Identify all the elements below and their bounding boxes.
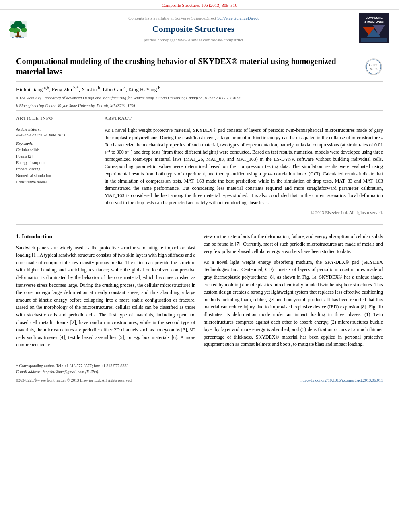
available-online: Available online 24 June 2013 — [16, 132, 97, 138]
keyword-4: Impact loading — [16, 166, 97, 173]
journal-title-area: Contents lists available at SciVerse Sci… — [28, 15, 359, 43]
authors-list: Binhui Jiang a,b, Feng Zhu b,*, Xin Jin … — [16, 85, 383, 94]
intro-right-paragraph-2: As a novel light weight energy absorbing… — [204, 259, 383, 348]
footer-doi[interactable]: http://dx.doi.org/10.1016/j.compstruct.2… — [300, 378, 383, 383]
page-footer: 0263-8223/$ – see front matter © 2013 El… — [0, 375, 399, 386]
elsevier-logo: ELSEVIER — [8, 19, 28, 39]
intro-section-title: 1. Introduction — [16, 233, 195, 241]
intro-left-column: 1. Introduction Sandwich panels are wide… — [16, 233, 195, 352]
abstract-text: As a novel light weight protective mater… — [105, 127, 383, 206]
journal-name: Composite Structures — [28, 23, 359, 35]
abstract-column: Abstract As a novel light weight protect… — [105, 115, 383, 216]
keyword-5: Numerical simulation — [16, 173, 97, 179]
svg-point-5 — [21, 28, 27, 33]
authors-section: Binhui Jiang a,b, Feng Zhu b,*, Xin Jin … — [16, 82, 383, 111]
sciverse-link[interactable]: SciVerse ScienceDirect — [217, 16, 259, 21]
intro-left-paragraph: Sandwich panels are widely used as the p… — [16, 244, 195, 349]
keyword-1: Cellular solids — [16, 147, 97, 153]
footer-issn: 0263-8223/$ – see front matter © 2013 El… — [16, 378, 132, 383]
journal-header: ELSEVIER Contents lists available at Sci… — [0, 10, 399, 49]
section-divider — [16, 224, 383, 225]
article-info-abstract-section: Article Info Article history: Available … — [16, 110, 383, 220]
article-info-header: Article Info — [16, 115, 97, 123]
affiliation-b: b Bioengineering Center, Wayne State Uni… — [16, 103, 383, 109]
svg-text:ELSEVIER: ELSEVIER — [12, 37, 25, 39]
composite-structures-logo-icon: COMPOSITE STRUCTURES — [359, 13, 389, 43]
paper-title: Computational modeling of the crushing b… — [16, 56, 361, 77]
sciverse-info: Contents lists available at SciVerse Sci… — [28, 15, 359, 21]
article-info-column: Article Info Article history: Available … — [16, 115, 97, 216]
paper-title-section: Computational modeling of the crushing b… — [16, 49, 383, 82]
elsevier-tree-icon: ELSEVIER — [8, 19, 28, 39]
journal-top-bar: Composite Structures 106 (2013) 305–316 — [0, 0, 399, 10]
introduction-section: 1. Introduction Sandwich panels are wide… — [16, 229, 383, 356]
keyword-3: Energy absorption — [16, 160, 97, 166]
svg-text:STRUCTURES: STRUCTURES — [364, 20, 384, 23]
intro-right-column: view on the state of arts for the deform… — [204, 233, 383, 352]
svg-rect-16 — [361, 38, 387, 42]
journal-issue-info: Composite Structures 106 (2013) 305–316 — [162, 3, 237, 8]
keywords-list: Cellular solids Foams [2] Energy absorpt… — [16, 147, 97, 185]
copyright-notice: © 2013 Elsevier Ltd. All rights reserved… — [105, 210, 383, 216]
abstract-header: Abstract — [105, 115, 383, 123]
svg-text:COMPOSITE: COMPOSITE — [366, 16, 383, 19]
keyword-6: Constitutive model — [16, 179, 97, 185]
crossmark-badge[interactable]: Cross Mark — [365, 58, 383, 78]
article-history-label: Article history: — [16, 127, 97, 132]
footnotes-section: * Corresponding author. Tel.: +1 313 577… — [16, 360, 383, 375]
main-content: Computational modeling of the crushing b… — [0, 49, 399, 375]
elsevier-branding: ELSEVIER — [8, 19, 28, 39]
journal-homepage: journal homepage: www.elsevier.com/locat… — [28, 37, 359, 43]
svg-text:Mark: Mark — [370, 67, 378, 71]
email-note: E-mail address: fengzhu@me@gmail.com (F.… — [16, 369, 383, 375]
keywords-label: Keywords: — [16, 141, 97, 147]
crossmark-icon: Cross Mark — [365, 58, 383, 76]
journal-logo-right: COMPOSITE STRUCTURES — [359, 13, 391, 45]
keyword-2: Foams [2] — [16, 153, 97, 160]
corresponding-author-note: * Corresponding author. Tel.: +1 313 577… — [16, 363, 383, 369]
intro-right-paragraph-1: view on the state of arts for the deform… — [204, 233, 383, 255]
affiliation-a: a The State Key Laboratory of Advanced D… — [16, 95, 383, 101]
svg-text:Cross: Cross — [369, 63, 378, 67]
